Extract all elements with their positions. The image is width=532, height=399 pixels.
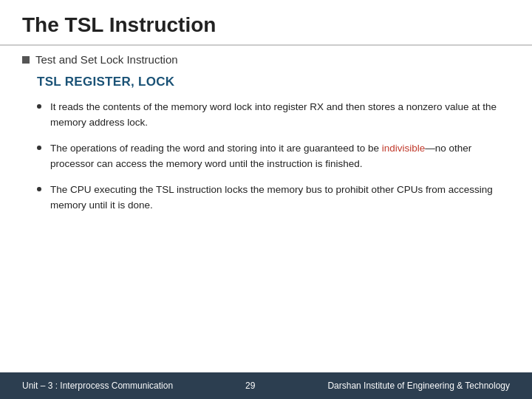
footer-left: Unit – 3 : Interprocess Communication xyxy=(22,381,173,391)
bullet-list: It reads the contents of the memory word… xyxy=(37,100,510,214)
bullet-dot-icon xyxy=(37,104,41,109)
list-item: It reads the contents of the memory word… xyxy=(37,100,510,131)
bullet-dot-icon xyxy=(37,187,41,191)
section-heading: Test and Set Lock Instruction xyxy=(22,53,510,66)
bullet-square-icon xyxy=(22,56,30,64)
tsl-register-heading: TSL REGISTER, LOCK xyxy=(37,75,510,89)
list-item: The CPU executing the TSL instruction lo… xyxy=(37,183,510,214)
indivisible-text: indivisible xyxy=(382,143,426,154)
slide-title: The TSL Instruction xyxy=(0,0,532,46)
slide-container: The TSL Instruction Test and Set Lock In… xyxy=(0,0,532,399)
footer-page: 29 xyxy=(245,381,255,391)
slide-footer: Unit – 3 : Interprocess Communication 29… xyxy=(0,372,532,399)
footer-right: Darshan Institute of Engineering & Techn… xyxy=(327,381,510,391)
list-item: The operations of reading the word and s… xyxy=(37,141,510,172)
section-label: Test and Set Lock Instruction xyxy=(35,53,178,66)
bullet-text-1: It reads the contents of the memory word… xyxy=(50,100,510,131)
slide-body: Test and Set Lock Instruction TSL REGIST… xyxy=(0,53,532,372)
bullet-text-2: The operations of reading the word and s… xyxy=(50,141,510,172)
bullet-text-3: The CPU executing the TSL instruction lo… xyxy=(50,183,510,214)
bullet-dot-icon xyxy=(37,146,41,150)
